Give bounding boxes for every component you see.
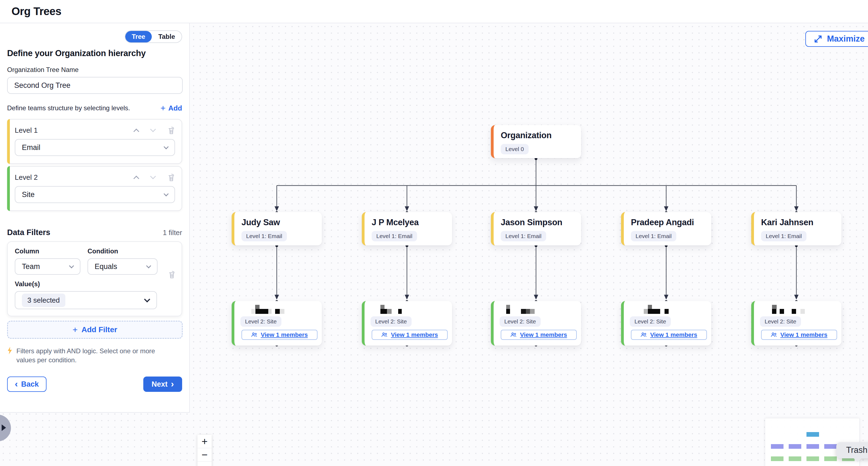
org-node-jp-mcelyea[interactable]: J P Mcelyea Level 1: Email [362, 212, 452, 245]
move-level-up-button[interactable] [134, 127, 138, 134]
minus-icon: − [202, 449, 208, 461]
delete-level-button[interactable] [168, 126, 175, 135]
node-level-badge: Level 1: Email [372, 231, 417, 241]
page-header: Org Trees [0, 0, 868, 23]
tree-name-label: Organization Tree Name [7, 66, 182, 74]
minimap-level2-node [771, 457, 783, 461]
node-level-badge: Level 2: Site [240, 316, 281, 327]
zoom-in-button[interactable]: + [197, 435, 212, 448]
org-node-kari-jahnsen[interactable]: Kari Jahnsen Level 1: Email [751, 212, 841, 245]
level2-label: Level 2 [15, 173, 122, 182]
view-members-label: View 1 members [520, 331, 567, 339]
org-node-jason-simpson[interactable]: Jason Simpson Level 1: Email [491, 212, 581, 245]
view-toggle-row: Tree Table [7, 30, 182, 43]
people-icon [381, 332, 388, 338]
maximize-button[interactable]: Maximize [805, 31, 868, 47]
hierarchy-sidebar: Tree Table Define your Organization hier… [0, 23, 190, 413]
delete-filter-button[interactable] [168, 270, 176, 279]
trash-icon [168, 126, 175, 135]
fit-view-button[interactable] [197, 462, 212, 466]
org-node-level2-site-1[interactable]: Level 2: Site View 1 members [231, 301, 322, 346]
column-label: Column [15, 247, 81, 255]
minimap-level1-node [789, 444, 801, 449]
plus-icon: + [160, 104, 166, 113]
level1-accent-bar [7, 119, 10, 164]
toggle-table[interactable]: Table [152, 31, 182, 42]
redacted-name [629, 305, 706, 314]
node-title: Judy Saw [242, 217, 316, 227]
back-label: Back [21, 380, 39, 388]
level-card-2: Level 2 Site [7, 166, 182, 211]
org-trees-app: Maximize Organization Level 0 Judy Saw L… [0, 0, 868, 466]
level2-selected-value: Site [22, 191, 35, 199]
sidebar-heading: Define your Organization hierarchy [7, 49, 182, 58]
org-node-level2-site-2[interactable]: Level 2: Site View 1 members [362, 301, 452, 346]
back-button[interactable]: ‹ Back [7, 377, 46, 392]
level-card-1: Level 1 Email [7, 119, 182, 164]
level1-label: Level 1 [15, 126, 122, 135]
chevron-up-icon [133, 128, 139, 134]
node-title: Organization [501, 130, 575, 140]
chevron-down-icon [144, 296, 150, 303]
filters-note: Filters apply with AND logic. Select one… [7, 346, 182, 365]
filters-note-text: Filters apply with AND logic. Select one… [17, 346, 169, 365]
values-label: Value(s) [15, 280, 175, 288]
node-level-badge: Level 2: Site [500, 316, 541, 327]
move-level-down-button[interactable] [151, 174, 155, 181]
view-members-button[interactable]: View 1 members [761, 330, 837, 340]
add-filter-button[interactable]: + Add Filter [7, 321, 183, 339]
data-filters-title: Data Filters [7, 228, 50, 237]
condition-label: Condition [88, 247, 157, 255]
org-node-judy-saw[interactable]: Judy Saw Level 1: Email [231, 212, 322, 245]
node-level-badge: Level 2: Site [760, 316, 801, 327]
chevron-up-icon [133, 176, 139, 181]
filter-column-value: Team [22, 262, 40, 271]
minimap-level2-node [806, 457, 819, 461]
org-node-pradeep-angadi[interactable]: Pradeep Angadi Level 1: Email [621, 212, 711, 245]
next-button[interactable]: Next › [143, 377, 182, 392]
trash-icon [168, 270, 176, 279]
delete-level-button[interactable] [168, 173, 175, 182]
org-node-level2-site-5[interactable]: Level 2: Site View 1 members [751, 301, 841, 346]
trash-tooltip-label: Trash [846, 445, 867, 455]
zoom-out-button[interactable]: − [197, 448, 212, 462]
chevron-down-icon [146, 263, 151, 268]
chevron-left-icon: ‹ [15, 379, 18, 388]
minimap-level1-node [824, 444, 837, 449]
view-members-button[interactable]: View 1 members [372, 330, 448, 340]
tree-name-input[interactable] [7, 77, 183, 94]
add-level-button[interactable]: + Add [160, 104, 182, 113]
plus-icon: + [72, 325, 78, 335]
move-level-up-button[interactable] [134, 174, 138, 181]
node-title: J P Mcelyea [372, 217, 446, 227]
view-members-label: View 1 members [391, 331, 438, 339]
org-node-level2-site-4[interactable]: Level 2: Site View 1 members [621, 301, 711, 346]
add-level-label: Add [168, 104, 182, 113]
people-icon [641, 332, 647, 338]
org-node-level2-site-3[interactable]: Level 2: Site View 1 members [491, 301, 581, 346]
node-level-badge: Level 1: Email [631, 231, 676, 241]
filter-condition-select[interactable]: Equals [88, 258, 157, 275]
people-icon [771, 332, 777, 338]
redacted-name [369, 305, 447, 314]
toggle-tree[interactable]: Tree [125, 31, 152, 42]
node-title: Kari Jahnsen [761, 217, 835, 227]
move-level-down-button[interactable] [151, 127, 155, 134]
filter-values-select[interactable]: 3 selected [15, 291, 157, 309]
chevron-down-icon [69, 263, 74, 268]
next-label: Next [152, 380, 168, 388]
node-level-badge: Level 2: Site [630, 316, 671, 327]
view-members-button[interactable]: View 1 members [242, 330, 317, 340]
add-filter-label: Add Filter [82, 325, 117, 334]
trash-icon [168, 173, 175, 182]
chevron-down-icon [163, 144, 168, 149]
org-node-root[interactable]: Organization Level 0 [491, 125, 581, 158]
level2-column-select[interactable]: Site [15, 186, 175, 203]
filter-column-select[interactable]: Team [15, 258, 81, 275]
minimap-level1-node [806, 444, 819, 449]
redacted-name [239, 305, 317, 314]
view-members-button[interactable]: View 1 members [501, 330, 577, 340]
view-members-button[interactable]: View 1 members [631, 330, 707, 340]
level1-column-select[interactable]: Email [15, 139, 175, 156]
redacted-name [759, 305, 837, 314]
